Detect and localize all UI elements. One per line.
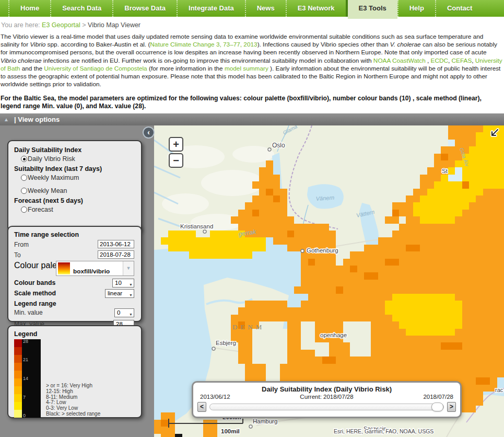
- min-value-select[interactable]: 0: [114, 308, 134, 317]
- nav-item-integrate-data[interactable]: Integrate Data: [177, 0, 245, 17]
- view-options-bar[interactable]: ▲ | View options: [0, 113, 504, 125]
- breadcrumb-link-geoportal[interactable]: E3 Geoportal: [42, 21, 80, 29]
- sidebar-collapse-button[interactable]: ‹: [143, 126, 155, 139]
- intro-link-noaa-coastwatch[interactable]: NOAA CoastWatch: [373, 57, 426, 64]
- colour-palette-dropdown[interactable]: boxfill/vibrio ▼: [56, 261, 134, 276]
- map-viewport[interactable]: GlamaVänernVätterngerrakGöta ÄlvDENMOslo…: [154, 125, 504, 437]
- radio-button-icon[interactable]: [21, 175, 27, 181]
- nav-item-browse-data[interactable]: Browse Data: [112, 0, 177, 17]
- legend-tick: 7: [23, 395, 26, 400]
- breadcrumb-separator: >: [82, 21, 86, 29]
- city-label-oslo: Oslo: [272, 142, 285, 149]
- zoom-in-button[interactable]: +: [169, 137, 183, 152]
- layer-options-panel: Daily Suitability IndexDaily Vibrio Risk…: [7, 140, 142, 232]
- intro-species-name: V. cholerae: [390, 41, 421, 48]
- to-date-input[interactable]: [98, 250, 134, 259]
- city-label-openhage: openhage: [320, 332, 347, 338]
- radio-label: Weekly Maximum: [28, 174, 79, 181]
- time-next-button[interactable]: >: [447, 402, 456, 412]
- nav-item-contact[interactable]: Contact: [435, 0, 483, 17]
- intro-text: infections are notified in EU. Further w…: [41, 57, 373, 64]
- time-end-label: 2018/07/28: [423, 394, 453, 400]
- city-label-gothenburg: Gothenburg: [307, 247, 338, 254]
- intro-text: ). Infections caused by Vibrio species o…: [257, 41, 390, 48]
- intro-text: (for more information in the: [147, 65, 225, 72]
- nav-item-help[interactable]: Help: [397, 0, 435, 17]
- scale-method-label: Scale method: [14, 290, 56, 297]
- intro-link-ecdc[interactable]: ECDC: [431, 57, 448, 64]
- zoom-out-button[interactable]: −: [169, 153, 183, 168]
- breadcrumb-current: Vibrio Map Viewer: [88, 21, 140, 29]
- radio-label: Weekly Mean: [28, 187, 67, 194]
- colour-bands-select[interactable]: 10: [112, 279, 134, 288]
- radio-option-weekly-maximum[interactable]: Weekly Maximum: [21, 174, 135, 181]
- group-heading-forecast-next-5-days: Forecast (next 5 days): [14, 197, 135, 204]
- radio-option-daily-vibrio-risk[interactable]: Daily Vibrio Risk: [21, 155, 135, 163]
- time-slider-panel: Daily Suitability Index (Daily Vibrio Ri…: [192, 381, 462, 418]
- city-marker-oslo: [268, 148, 271, 151]
- legend-range-label: Legend range: [14, 300, 56, 307]
- intro-link-university-of-santiago-de-comp[interactable]: University of Santiago de Compostela: [44, 65, 147, 72]
- intro-text: ,: [426, 57, 431, 64]
- legend-colorbar: 28211470: [14, 339, 41, 418]
- time-slider-handle[interactable]: [431, 402, 443, 411]
- city-label-esbjerg: Esbjerg: [216, 340, 236, 346]
- chevron-down-icon[interactable]: ▼: [123, 261, 134, 275]
- view-options-title: | View options: [14, 116, 60, 123]
- city-marker-gothenburg: [301, 249, 304, 252]
- legend-tick: 0: [23, 413, 26, 418]
- intro-paragraph: The Vibrio viewer is a real-time model t…: [0, 32, 504, 88]
- collapse-up-icon[interactable]: ▲: [4, 113, 9, 125]
- city-marker-hamburg: [249, 425, 252, 428]
- time-start-label: 2013/06/12: [200, 394, 230, 400]
- nav-item-search-data[interactable]: Search Data: [50, 0, 112, 17]
- nav-item-news[interactable]: News: [245, 0, 286, 17]
- breadcrumb-prefix: You are here:: [1, 21, 40, 29]
- city-label-rac: rac: [495, 387, 503, 393]
- time-range-title: Time range selection: [14, 231, 135, 238]
- time-prev-button[interactable]: <: [197, 402, 206, 412]
- time-slider-track[interactable]: [209, 404, 444, 410]
- radio-option-forecast[interactable]: Forecast: [21, 206, 135, 213]
- radio-button-icon[interactable]: [21, 206, 27, 213]
- nav-item-e3-network[interactable]: E3 Network: [286, 0, 346, 17]
- collapse-map-arrow-icon[interactable]: [488, 127, 500, 140]
- model-params-paragraph: For the Baltic Sea, the model parameters…: [0, 88, 504, 110]
- page: HomeSearch DataBrowse DataIntegrate Data…: [0, 0, 504, 437]
- main-area: Daily Suitability IndexDaily Vibrio Risk…: [0, 125, 504, 437]
- legend-tick: 28: [23, 339, 28, 344]
- options-sidebar: Daily Suitability IndexDaily Vibrio Risk…: [0, 125, 154, 437]
- nav-item-home[interactable]: Home: [8, 0, 50, 17]
- radio-button-icon[interactable]: [21, 188, 27, 194]
- palette-value: boxfill/vibrio: [73, 268, 123, 275]
- intro-species-name: Vibrio cholerae: [1, 57, 41, 64]
- intro-link-nature-climate-change-3-73-77-[interactable]: Nature Climate Change 3, 73–77, 2013: [150, 41, 257, 48]
- legend-key-line: 12-15: High: [46, 389, 100, 395]
- radio-label: Forecast: [28, 206, 53, 213]
- legend-key-text: > or = 16: Very High12-15: High8-11: Med…: [46, 383, 100, 418]
- top-nav: HomeSearch DataBrowse DataIntegrate Data…: [0, 0, 504, 17]
- breadcrumb: You are here: E3 Geoportal > Vibrio Map …: [0, 17, 504, 32]
- legend-title: Legend: [14, 330, 135, 338]
- from-date-input[interactable]: [98, 240, 134, 248]
- nav-item-e3-tools[interactable]: E3 Tools: [346, 0, 397, 17]
- scale-method-select[interactable]: linear: [105, 289, 134, 298]
- zoom-controls: + −: [169, 137, 183, 169]
- water-label-v-nern: Vänern: [315, 194, 334, 202]
- intro-link-cefas[interactable]: CEFAS: [452, 57, 472, 64]
- legend-panel: Legend 28211470 > or = 16: Very High12-1…: [7, 325, 142, 418]
- radio-button-icon[interactable]: [21, 156, 27, 162]
- palette-swatch: [58, 262, 70, 274]
- intro-link-model-summary[interactable]: model summary: [225, 65, 268, 72]
- legend-key-line: Black: > selected range: [46, 411, 100, 417]
- scale-mi-label: 100mil: [221, 428, 240, 434]
- city-label-hamburg: Hamburg: [253, 418, 277, 424]
- radio-option-weekly-mean[interactable]: Weekly Mean: [21, 187, 135, 194]
- radio-label: Daily Vibrio Risk: [28, 155, 75, 163]
- min-value-label: Min. value: [14, 309, 43, 316]
- colour-bands-label: Colour bands: [14, 279, 55, 286]
- city-marker-kristiansand: [203, 230, 206, 233]
- group-heading-suitabilty-index-last-7-days: Suitabilty Index (last 7 days): [14, 165, 135, 172]
- map-attribution: Esri, HERE, Garmin, FAO, NOAA, USGS: [334, 428, 433, 434]
- city-label-kristiansand: Kristiansand: [180, 223, 213, 229]
